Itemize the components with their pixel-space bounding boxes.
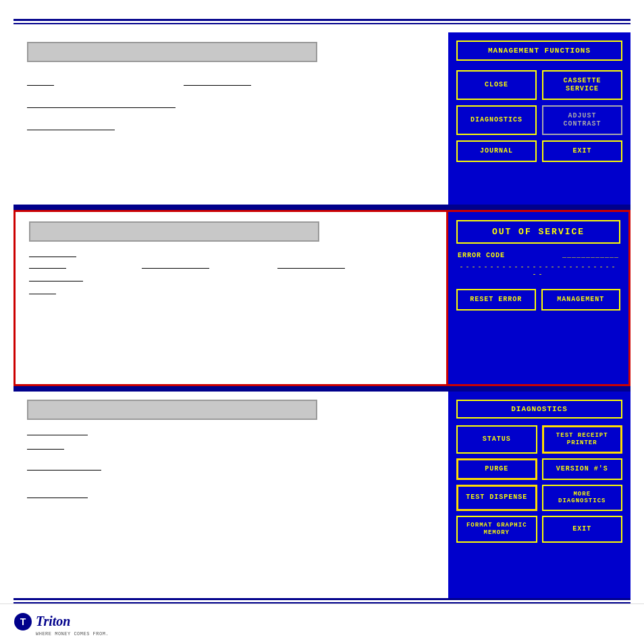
panel2-left — [16, 212, 446, 384]
test-receipt-printer-button[interactable]: TEST RECEIPTPRINTER — [542, 425, 623, 454]
panel1-left — [14, 32, 448, 205]
input-bar-2 — [29, 221, 319, 242]
management-button[interactable]: MANAGEMENT — [541, 289, 621, 311]
panel2-right: OUT OF SERVICE ERROR CODE ____________ -… — [446, 212, 628, 384]
cassette-service-button[interactable]: CASSETTESERVICE — [542, 70, 622, 100]
management-functions-title: MANAGEMENT FUNCTIONS — [456, 41, 622, 61]
footer-tagline: WHERE MONEY COMES FROM. — [36, 631, 109, 637]
triton-logo-icon: T — [14, 612, 32, 631]
version-numbers-button[interactable]: VERSION #'S — [542, 458, 623, 480]
panel3-left — [14, 392, 448, 598]
reset-error-button[interactable]: RESET ERROR — [456, 289, 536, 311]
error-code-label: ERROR CODE — [458, 252, 505, 259]
panel1-right: MANAGEMENT FUNCTIONS CLOSE CASSETTESERVI… — [448, 32, 630, 205]
status-button[interactable]: STATUS — [456, 425, 537, 454]
format-graphic-memory-button[interactable]: FORMAT GRAPHICMEMORY — [456, 516, 537, 543]
diagnostics-title: DIAGNOSTICS — [456, 400, 622, 419]
footer-logo: T Triton WHERE MONEY COMES FROM. — [14, 612, 109, 637]
footer: T Triton WHERE MONEY COMES FROM. — [0, 603, 644, 644]
purge-button[interactable]: PURGE — [456, 458, 537, 480]
panel3-right: DIAGNOSTICS STATUS TEST RECEIPTPRINTER P… — [448, 392, 630, 598]
footer-logo-text: Triton — [36, 614, 71, 629]
more-diagnostics-button[interactable]: MOREDIAGNOSTICS — [542, 485, 623, 512]
long-dashes: ---------------------------- — [456, 263, 620, 278]
test-dispense-button[interactable]: TEST DISPENSE — [456, 485, 537, 512]
input-bar-1 — [27, 42, 317, 62]
section-diagnostics: DIAGNOSTICS STATUS TEST RECEIPTPRINTER P… — [14, 392, 630, 598]
svg-text:T: T — [20, 616, 26, 627]
exit-button-1[interactable]: EXIT — [542, 140, 622, 162]
divider-1 — [14, 205, 630, 210]
error-dashes: ____________ — [562, 252, 619, 259]
top-lines — [0, 19, 644, 24]
bottom-lines — [14, 598, 630, 603]
exit-button-3[interactable]: EXIT — [542, 516, 623, 543]
close-button[interactable]: CLOSE — [456, 70, 537, 100]
journal-button[interactable]: JOURNAL — [456, 140, 537, 162]
section-out-of-service: OUT OF SERVICE ERROR CODE ____________ -… — [14, 210, 630, 386]
diagnostics-button[interactable]: DIAGNOSTICS — [456, 105, 537, 135]
adjust-contrast-button[interactable]: ADJUSTCONTRAST — [542, 105, 622, 135]
section-management: MANAGEMENT FUNCTIONS CLOSE CASSETTESERVI… — [14, 32, 630, 205]
input-bar-3 — [27, 400, 317, 420]
divider-2 — [14, 386, 630, 392]
out-of-service-title: OUT OF SERVICE — [456, 220, 620, 244]
